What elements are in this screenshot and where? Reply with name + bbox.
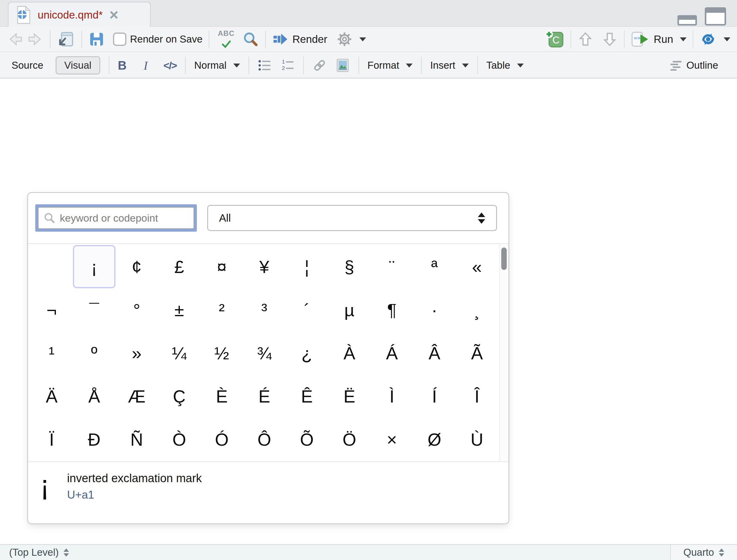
table-label: Table — [486, 60, 510, 71]
insert-menu[interactable]: Insert — [430, 60, 469, 71]
char-cell[interactable]: Æ — [115, 375, 158, 418]
char-cell[interactable]: Ö — [328, 418, 370, 461]
char-cell[interactable]: § — [328, 245, 370, 288]
char-cell[interactable]: ¼ — [158, 331, 201, 375]
numbered-list-icon[interactable]: 1 2 — [281, 59, 295, 72]
char-cell[interactable] — [30, 245, 73, 288]
scope-selector[interactable]: (Top Level) — [0, 547, 69, 558]
grid-scrollbar[interactable] — [499, 244, 508, 461]
char-cell[interactable]: ² — [201, 288, 243, 331]
spellcheck-icon[interactable]: ABC — [215, 30, 237, 48]
char-cell[interactable]: ¸ — [456, 288, 498, 331]
char-cell[interactable]: µ — [328, 288, 370, 331]
char-cell[interactable]: ¬ — [30, 288, 73, 331]
tab-unicode-qmd[interactable]: unicode.qmd* — [8, 2, 151, 27]
char-cell[interactable]: Ê — [286, 375, 328, 418]
render-on-save-checkbox[interactable]: Render on Save — [113, 33, 203, 46]
char-cell[interactable]: £ — [158, 245, 201, 288]
char-cell[interactable]: ¤ — [201, 245, 243, 288]
char-cell[interactable]: ½ — [201, 331, 243, 375]
language-mode-selector[interactable]: Quarto — [670, 545, 737, 560]
paragraph-style-dropdown[interactable]: Normal — [194, 60, 240, 71]
char-cell[interactable]: È — [201, 375, 243, 418]
save-icon[interactable] — [88, 31, 105, 48]
char-cell[interactable]: Ç — [158, 375, 201, 418]
char-cell[interactable]: É — [243, 375, 286, 418]
source-mode-button[interactable]: Source — [7, 60, 48, 71]
char-cell[interactable]: Ï — [30, 418, 73, 461]
char-cell[interactable]: ¦ — [286, 245, 328, 288]
char-cell[interactable]: Î — [456, 375, 498, 418]
select-arrows-icon — [478, 213, 485, 224]
char-cell[interactable]: Ð — [73, 418, 115, 461]
up-arrow-icon[interactable] — [577, 30, 594, 48]
find-replace-icon[interactable] — [242, 31, 259, 48]
char-cell[interactable]: » — [115, 331, 158, 375]
char-cell[interactable]: Ã — [456, 331, 498, 375]
char-cell[interactable]: ³ — [243, 288, 286, 331]
char-cell[interactable]: Ø — [413, 418, 456, 461]
char-cell[interactable]: Ó — [201, 418, 243, 461]
char-cell[interactable]: Ì — [370, 375, 413, 418]
search-input[interactable]: keyword or codepoint — [35, 204, 197, 232]
table-menu[interactable]: Table — [486, 60, 524, 71]
back-icon[interactable] — [7, 31, 24, 47]
svg-text:1: 1 — [282, 59, 285, 65]
char-cell[interactable]: Å — [73, 375, 115, 418]
char-cell[interactable]: ± — [158, 288, 201, 331]
char-cell[interactable]: ¹ — [30, 331, 73, 375]
char-cell[interactable]: · — [413, 288, 456, 331]
render-button[interactable]: Render — [272, 32, 328, 47]
char-cell[interactable]: Í — [413, 375, 456, 418]
char-cell[interactable]: Ä — [30, 375, 73, 418]
char-cell[interactable]: Ë — [328, 375, 370, 418]
char-cell[interactable]: Â — [413, 331, 456, 375]
char-cell[interactable]: Ù — [456, 418, 498, 461]
grid-scrollbar-thumb[interactable] — [501, 247, 507, 270]
outline-toggle[interactable]: Outline — [670, 60, 718, 71]
open-in-new-window-icon[interactable] — [57, 30, 75, 48]
forward-icon[interactable] — [26, 31, 44, 47]
char-cell[interactable]: × — [370, 418, 413, 461]
char-cell[interactable]: ´ — [286, 288, 328, 331]
editor-surface[interactable]: keyword or codepoint All ¡¢£¤¥¦§¨ª«¬¯°±²… — [0, 79, 737, 544]
bold-button[interactable]: B — [118, 59, 127, 72]
char-cell[interactable]: ¢ — [115, 245, 158, 288]
bullet-list-icon[interactable] — [258, 59, 272, 72]
render-options-gear-icon[interactable] — [336, 31, 366, 47]
char-cell[interactable]: Ñ — [115, 418, 158, 461]
render-on-save-label: Render on Save — [130, 33, 203, 45]
char-cell[interactable]: ¯ — [73, 288, 115, 331]
code-button[interactable]: </> — [164, 60, 177, 71]
minimize-pane-icon[interactable] — [677, 15, 697, 26]
visual-mode-button[interactable]: Visual — [56, 56, 100, 74]
maximize-pane-icon[interactable] — [705, 7, 726, 26]
char-cell[interactable]: ¿ — [286, 331, 328, 375]
char-cell[interactable]: Á — [370, 331, 413, 375]
char-cell[interactable]: Ô — [243, 418, 286, 461]
char-cell[interactable]: ¾ — [243, 331, 286, 375]
format-menu[interactable]: Format — [368, 60, 413, 71]
link-icon[interactable] — [312, 58, 327, 73]
image-icon[interactable] — [336, 58, 350, 73]
italic-button[interactable]: I — [144, 58, 148, 73]
tab-close-icon[interactable] — [109, 10, 119, 19]
category-select[interactable]: All — [207, 205, 497, 231]
rerun-icon[interactable] — [699, 31, 730, 47]
char-cell[interactable]: ¥ — [243, 245, 286, 288]
char-cell[interactable]: º — [73, 331, 115, 375]
char-cell[interactable]: ¨ — [370, 245, 413, 288]
char-cell[interactable]: ¡ — [73, 245, 115, 288]
checkbox[interactable] — [113, 33, 126, 46]
char-cell[interactable]: Ò — [158, 418, 201, 461]
insert-chunk-icon[interactable]: C — [544, 30, 564, 49]
char-cell[interactable]: ª — [413, 245, 456, 288]
down-arrow-icon[interactable] — [601, 30, 618, 48]
char-cell[interactable]: « — [456, 245, 498, 288]
char-cell[interactable]: ° — [115, 288, 158, 331]
char-cell[interactable]: Õ — [286, 418, 328, 461]
char-cell[interactable]: ¶ — [370, 288, 413, 331]
run-button[interactable]: Run — [631, 31, 687, 48]
char-cell[interactable]: À — [328, 331, 370, 375]
render-icon — [272, 32, 289, 47]
